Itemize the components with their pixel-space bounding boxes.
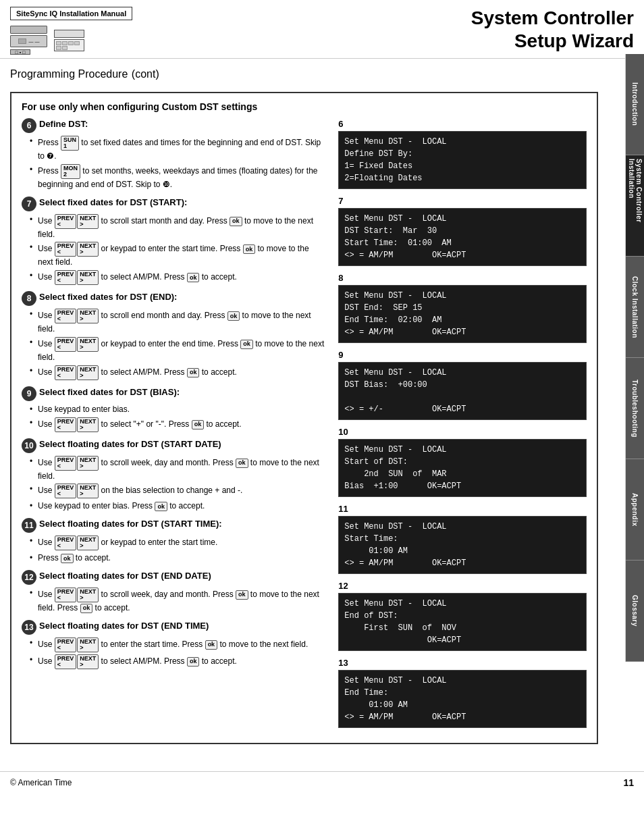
step-10-num: 10 [22,438,36,453]
step-10: 10 Select floating dates for DST (START … [22,439,325,513]
screen-8-label: 8 [338,273,587,283]
prev-key-12: PREV< [55,637,77,652]
sidebar-tab-troubleshooting[interactable]: Troubleshooting [626,358,644,459]
step-6-num: 6 [22,118,36,133]
manual-title: SiteSync IQ Installation Manual [10,7,132,20]
ok-key-14: ok [187,657,200,667]
prev-key-9: PREV< [55,484,77,498]
screen-9-label: 9 [338,350,587,360]
step-10-title: Select floating dates for DST (START DAT… [39,439,221,449]
header-device-images: — — □ ▪ □ [10,26,132,55]
boxed-section-title: For use only when configuring Custom DST… [22,101,587,112]
screen-11-label: 11 [338,504,587,514]
step-11-bullet-2: Press ok to accept. [28,552,325,564]
step-7-num: 7 [22,197,36,211]
step-9-bullet-2: Use PREV<NEXT> to select "+" or "-". Pre… [28,417,325,432]
step-8: 8 Select fixed dates for DST (END): Use … [22,292,325,380]
screen-13-display: Set Menu DST - LOCAL End Time: 01:00 AM … [338,670,587,728]
section-title: Programming Procedure (cont) [10,66,598,84]
prev-next-keys-12: PREV<NEXT> [55,637,99,652]
next-key-5: NEXT> [77,337,99,352]
device-illus-2 [54,30,84,51]
step-9: 9 Select fixed dates for DST (BIAS): Use… [22,387,325,432]
steps-column: 6 Define DST: Press SUN1 to set fixed da… [22,119,325,735]
step-12: 12 Select floating dates for DST (END DA… [22,571,325,614]
screen-12-label: 12 [338,581,587,591]
prev-key-7: PREV< [55,417,77,432]
next-key-4: NEXT> [77,309,99,323]
step-7: 7 Select fixed dates for DST (START): Us… [22,197,325,286]
step-7-bullets: Use PREV<NEXT> to scroll start month and… [22,214,325,286]
screen-7-display: Set Menu DST - LOCAL DST Start: Mar 30 S… [338,208,587,266]
step-6-bullet-1: Press SUN1 to set fixed dates and times … [28,136,325,162]
sidebar-tab-appendix[interactable]: Appendix [626,459,644,561]
sidebar-tab-introduction[interactable]: Introduction [626,54,644,155]
step-8-bullet-3: Use PREV<NEXT> to select AM/PM. Press ok… [28,365,325,380]
header-left: SiteSync IQ Installation Manual — — □ ▪ … [10,7,132,55]
next-key-8: NEXT> [77,456,99,471]
step-10-bullets: Use PREV<NEXT> to scroll week, day and m… [22,456,325,513]
step-9-title: Select fixed dates for DST (BIAS): [39,387,180,397]
step-7-title: Select fixed dates for DST (START): [39,197,187,207]
screen-7-label: 7 [338,196,587,206]
page-number: 11 [623,777,634,788]
step-8-title: Select fixed dates for DST (END): [39,292,177,302]
ok-key-7: ok [192,420,205,429]
step-13-bullets: Use PREV<NEXT> to enter the start time. … [22,637,325,669]
main-content: Programming Procedure (cont) For use onl… [0,59,625,764]
prev-key-5: PREV< [55,337,77,352]
prev-key-3: PREV< [55,270,77,285]
two-col-layout: 6 Define DST: Press SUN1 to set fixed da… [22,119,587,735]
prev-key-2: PREV< [55,242,77,257]
ok-key-8: ok [236,459,248,468]
next-key-3: NEXT> [77,270,99,285]
step-9-num: 9 [22,386,36,401]
step-10-header: 10 Select floating dates for DST (START … [22,439,325,453]
step-9-bullets: Use keypad to enter bias. Use PREV<NEXT>… [22,404,325,432]
prev-key-4: PREV< [55,309,77,323]
step-7-header: 7 Select fixed dates for DST (START): [22,197,325,211]
ok-key-4: ok [227,311,240,321]
prev-next-keys-10: PREV<NEXT> [55,536,99,550]
prev-next-keys-2: PREV<NEXT> [55,242,99,257]
footer-copyright: © American Time [10,778,72,787]
prev-next-keys-8: PREV<NEXT> [55,456,99,471]
device-illus-1: — — □ ▪ □ [10,26,47,55]
screens-column: 6 Set Menu DST - LOCAL Define DST By: 1=… [338,119,587,735]
screen-10-display: Set Menu DST - LOCAL Start of DST: 2nd S… [338,439,587,497]
ok-key-2: ok [243,244,256,254]
prev-next-keys-13: PREV<NEXT> [55,654,99,669]
page-header: SiteSync IQ Installation Manual — — □ ▪ … [0,0,644,59]
step-11-bullets: Use PREV<NEXT> or keypad to enter the st… [22,536,325,564]
ok-key-10: ok [61,554,74,563]
sidebar-tab-clock[interactable]: Clock Installation [626,257,644,358]
next-key-12: NEXT> [77,637,99,652]
ok-key-5: ok [240,340,253,349]
step-13-num: 13 [22,620,36,635]
sidebar-tab-system-controller[interactable]: System Controller Installation [626,155,644,257]
prev-next-keys-6: PREV<NEXT> [55,365,99,380]
ok-key-3: ok [187,273,200,282]
next-key-13: NEXT> [77,654,99,669]
next-key-6: NEXT> [77,365,99,380]
next-key-7: NEXT> [77,417,99,432]
step-11-num: 11 [22,518,36,533]
step-8-bullet-2: Use PREV<NEXT> or keypad to enter the en… [28,337,325,363]
prev-key-8: PREV< [55,456,77,471]
step-11: 11 Select floating dates for DST (START … [22,519,325,564]
screen-7: 7 Set Menu DST - LOCAL DST Start: Mar 30… [338,196,587,266]
prev-next-keys-4: PREV<NEXT> [55,309,99,323]
screen-9: 9 Set Menu DST - LOCAL DST Bias: +00:00 … [338,350,587,420]
step-12-title: Select floating dates for DST (END DATE) [39,571,211,581]
sidebar-tab-glossary[interactable]: Glossary [626,561,644,662]
step-9-bullet-1: Use keypad to enter bias. [28,404,325,415]
step-6-header: 6 Define DST: [22,119,325,133]
right-sidebar: Introduction System Controller Installat… [625,54,644,662]
screen-9-display: Set Menu DST - LOCAL DST Bias: +00:00 <>… [338,362,587,420]
screen-8: 8 Set Menu DST - LOCAL DST End: SEP 15 E… [338,273,587,343]
prev-next-keys-5: PREV<NEXT> [55,337,99,352]
step-12-num: 12 [22,570,36,585]
prev-key-11: PREV< [55,588,77,602]
ok-key-11: ok [236,590,248,600]
step-11-header: 11 Select floating dates for DST (START … [22,519,325,533]
